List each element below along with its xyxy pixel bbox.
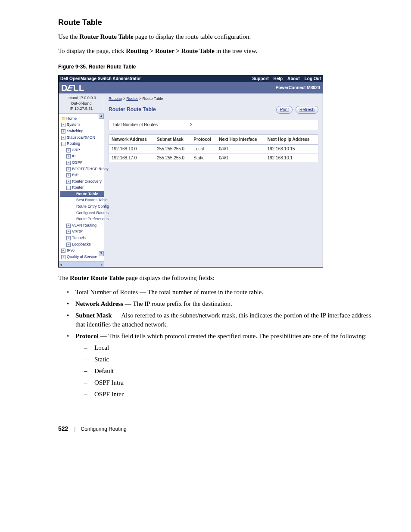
text: Total Number of Routes — The total numbe… bbox=[75, 289, 263, 296]
expand-icon[interactable]: + bbox=[66, 224, 71, 228]
text-bold: Subnet Mask bbox=[75, 312, 112, 319]
expand-icon[interactable]: + bbox=[66, 236, 71, 240]
tree-item[interactable]: -Router bbox=[60, 184, 104, 191]
crumb-current: Route Table bbox=[143, 96, 163, 101]
footer-section: Configuring Routing bbox=[81, 426, 126, 433]
expand-icon[interactable]: + bbox=[61, 255, 65, 259]
tree-item[interactable]: +Loopbacks bbox=[60, 241, 104, 248]
tree-label: Router Discovery bbox=[72, 179, 102, 184]
expand-icon[interactable]: + bbox=[66, 154, 71, 159]
text: — Also referred to as the subnet/network… bbox=[75, 312, 371, 328]
text-bold: Network Address bbox=[75, 300, 123, 307]
window-title: Dell OpenManage Switch Administrator bbox=[60, 76, 141, 82]
field-list: Total Number of Routes — The total numbe… bbox=[58, 288, 372, 399]
sidebar: Inband IP:0.0.0.0 Out-of-band IP:10.27.5… bbox=[59, 93, 104, 267]
expand-icon[interactable]: + bbox=[61, 249, 65, 253]
tree-item[interactable]: Configured Routes bbox=[60, 210, 104, 216]
expand-icon[interactable]: + bbox=[66, 180, 71, 184]
expand-icon[interactable]: - bbox=[61, 142, 65, 146]
list-item: Protocol — This field tells which protoc… bbox=[75, 332, 372, 399]
tree-item[interactable]: Best Routes Table bbox=[60, 197, 104, 203]
expand-icon[interactable]: + bbox=[66, 161, 71, 165]
tree-item[interactable]: Route Table bbox=[60, 191, 104, 197]
tree-item[interactable]: +Statistics/RMON bbox=[60, 134, 104, 141]
screenshot-window: Dell OpenManage Switch Administrator Sup… bbox=[58, 75, 323, 268]
crumb-routing[interactable]: Routing bbox=[109, 96, 122, 101]
tree-item[interactable]: Route Preferences bbox=[60, 216, 104, 222]
refresh-button[interactable]: Refresh bbox=[296, 106, 318, 114]
expand-icon[interactable]: + bbox=[61, 136, 65, 140]
tree-item[interactable]: +Quality of Service bbox=[60, 254, 104, 260]
tree-label: Home bbox=[66, 116, 77, 121]
tree-label: Router bbox=[72, 185, 84, 190]
support-link[interactable]: Support bbox=[252, 76, 268, 81]
h-scrollbar[interactable]: ◂ ▸ bbox=[59, 261, 104, 267]
table-row: 192.168.10.0255.255.255.0Local0/4/1192.1… bbox=[109, 144, 318, 153]
tree-label: Quality of Service bbox=[67, 255, 97, 259]
expand-icon[interactable]: + bbox=[61, 123, 65, 127]
text: To display the page, click bbox=[58, 47, 126, 54]
text-bold: Router Route Table bbox=[79, 33, 134, 40]
tree-item[interactable]: Route Entry Config bbox=[60, 203, 104, 210]
scroll-up-icon[interactable]: ▴ bbox=[99, 114, 104, 119]
tree-item[interactable]: +IPv6 bbox=[60, 247, 104, 254]
list-item: Local bbox=[94, 343, 372, 352]
tree-label: IPv6 bbox=[67, 248, 75, 252]
text: The bbox=[58, 274, 70, 281]
model-label: PowerConnect M8024 bbox=[276, 85, 320, 91]
tree-label: System bbox=[67, 122, 80, 127]
cell: 192.168.10.15 bbox=[265, 144, 318, 153]
tree-item[interactable]: +Tunnels bbox=[60, 235, 104, 241]
about-link[interactable]: About bbox=[287, 76, 300, 81]
ip-info: Inband IP:0.0.0.0 Out-of-band IP:10.27.5… bbox=[59, 93, 104, 114]
tree-label: Loopbacks bbox=[72, 242, 91, 246]
tree-item[interactable]: +VRRP bbox=[60, 228, 104, 235]
expand-icon[interactable]: + bbox=[66, 148, 71, 152]
col-subnet-mask: Subnet Mask bbox=[154, 134, 191, 144]
scroll-down-icon[interactable]: ▾ bbox=[99, 251, 104, 256]
nav-tree: ▴ ▾ 📁Home+System+Switching+Statistics/RM… bbox=[59, 114, 104, 262]
logout-link[interactable]: Log Out bbox=[305, 76, 321, 81]
text: Use the bbox=[58, 33, 79, 40]
expand-icon[interactable]: + bbox=[66, 243, 71, 247]
tree-item[interactable]: +ARP bbox=[60, 147, 104, 153]
folder-icon: 📁 bbox=[61, 116, 66, 121]
tree-item[interactable]: -Routing bbox=[60, 140, 104, 147]
scroll-left-icon[interactable]: ◂ bbox=[59, 262, 63, 267]
crumb-router[interactable]: Router bbox=[126, 96, 138, 101]
cell: 192.168.10.1 bbox=[265, 153, 318, 162]
text: — This field tells which protocol create… bbox=[99, 333, 367, 339]
cell: Static bbox=[191, 153, 216, 162]
tree-label: BOOTP/DHCP Relay bbox=[72, 167, 109, 171]
expand-icon[interactable]: + bbox=[66, 167, 71, 171]
tree-item[interactable]: +VLAN Routing bbox=[60, 222, 104, 229]
tree-item[interactable]: 📁Home bbox=[60, 115, 104, 122]
tree-item[interactable]: +OSPF bbox=[60, 159, 104, 166]
print-button[interactable]: Print bbox=[276, 106, 293, 114]
tree-item[interactable]: +Router Discovery bbox=[60, 178, 104, 185]
tree-item[interactable]: +Switching bbox=[60, 128, 104, 134]
brand-row: DELL PowerConnect M8024 bbox=[59, 82, 323, 93]
tree-item[interactable]: +System bbox=[60, 121, 104, 128]
text: in the tree view. bbox=[215, 47, 257, 54]
expand-icon[interactable]: + bbox=[61, 129, 65, 134]
section-heading: Route Table bbox=[58, 17, 372, 28]
window-titlebar: Dell OpenManage Switch Administrator Sup… bbox=[59, 75, 323, 82]
tree-label: Tunnels bbox=[72, 236, 86, 240]
expand-icon[interactable]: - bbox=[66, 186, 71, 190]
tree-item[interactable]: +BOOTP/DHCP Relay bbox=[60, 166, 104, 172]
nav-paragraph: To display the page, click Routing > Rou… bbox=[58, 47, 372, 56]
page-number: 522 bbox=[58, 425, 68, 433]
tree-label: OSPF bbox=[72, 160, 83, 165]
scroll-right-icon[interactable]: ▸ bbox=[100, 262, 104, 267]
route-table: Network Address Subnet Mask Protocol Nex… bbox=[109, 134, 318, 163]
dell-logo: DELL bbox=[61, 82, 84, 94]
top-nav: Support Help About Log Out bbox=[249, 76, 321, 82]
text: — The IP route prefix for the destinatio… bbox=[123, 300, 232, 307]
tree-item[interactable]: +IP bbox=[60, 153, 104, 159]
expand-icon[interactable]: + bbox=[66, 173, 71, 177]
text-bold: Routing > Router > Route Table bbox=[126, 47, 215, 54]
tree-item[interactable]: +RIP bbox=[60, 172, 104, 178]
help-link[interactable]: Help bbox=[274, 76, 283, 81]
expand-icon[interactable]: + bbox=[66, 230, 71, 234]
